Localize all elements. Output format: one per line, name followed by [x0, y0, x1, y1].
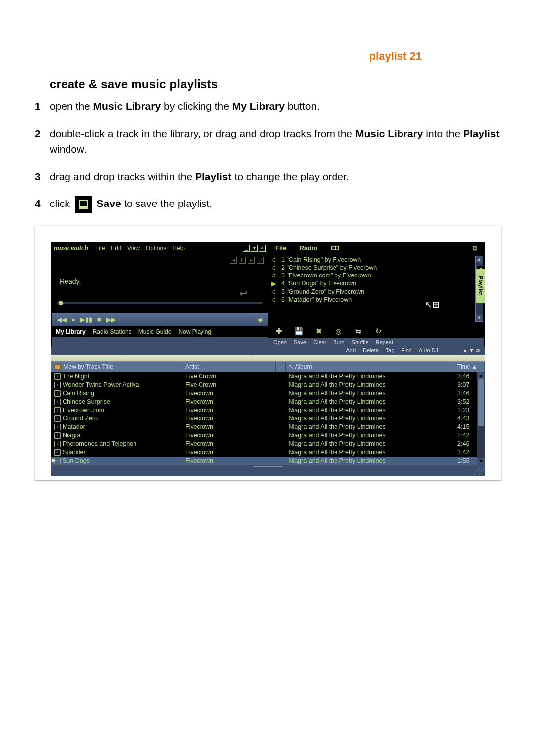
- minimize-button[interactable]: _: [243, 245, 250, 252]
- track-title: Chinese Surprise: [63, 398, 110, 405]
- tab-now-playing[interactable]: Now Playing: [178, 328, 211, 335]
- save-icon[interactable]: 💾: [294, 327, 303, 336]
- library-row[interactable]: ♪Fivecrown.comFivecrownNiagra and All th…: [51, 406, 485, 414]
- menu-view[interactable]: View: [124, 245, 143, 252]
- playlist-row[interactable]: ♫5 "Ground Zero" by Fivecrown: [271, 288, 481, 296]
- playlist-row[interactable]: ♫2 "Chinese Surprise" by Fivecrown: [271, 264, 481, 272]
- library-row[interactable]: ♪MatadorFivecrownNiagra and All the Pret…: [51, 423, 485, 431]
- library-row[interactable]: ♪Ground ZeroFivecrownNiagra and All the …: [51, 414, 485, 423]
- prev-button[interactable]: ◀◀: [57, 316, 67, 323]
- playlist-row[interactable]: ♫1 "Cain Rising" by Fivecrown: [271, 256, 481, 264]
- scroll-up-icon[interactable]: ▲: [476, 256, 483, 263]
- folder-icon: [54, 364, 61, 370]
- sublabel-auto-dj[interactable]: Auto DJ: [419, 347, 438, 353]
- note-icon: ♪: [54, 399, 61, 405]
- tab-radio-stations[interactable]: Radio Stations: [93, 328, 132, 335]
- left-tabs: My LibraryRadio StationsMusic GuideNow P…: [52, 326, 268, 337]
- mini-control-2[interactable]: ▸: [248, 257, 255, 264]
- app-logo: musicmatch: [54, 244, 92, 252]
- volume-icon[interactable]: ◉: [258, 316, 263, 323]
- playlist-row[interactable]: ♫6 "Matador" by Fivecrown: [271, 296, 481, 304]
- track-title: Sun Dogs: [63, 457, 90, 464]
- library-row[interactable]: ♪Pheromones and TelephonFivecrownNiagra …: [51, 440, 485, 448]
- sublabel-tag[interactable]: Tag: [386, 347, 395, 353]
- shuffle-icon[interactable]: ⇆: [354, 327, 363, 336]
- playlist-side-tab[interactable]: Playlist: [476, 269, 485, 303]
- track-artist: Five Crown: [182, 381, 275, 388]
- sublabel-delete[interactable]: Delete: [363, 347, 379, 353]
- tab-music-guide[interactable]: Music Guide: [138, 328, 172, 335]
- library-row[interactable]: ♪NiagraFivecrownNiagra and All the Prett…: [51, 431, 485, 440]
- step-body: open the Music Library by clicking the M…: [50, 98, 501, 115]
- filter-bar[interactable]: [51, 355, 485, 362]
- track-title: The Night: [63, 373, 89, 380]
- right-menu-radio[interactable]: Radio: [299, 244, 317, 252]
- note-icon: ♪: [54, 382, 61, 388]
- library-row[interactable]: ♪The NightFive CrownNiagra and All the P…: [51, 372, 485, 381]
- playlist-row[interactable]: ♫3 "Fivecrown.com" by Fivecrown: [271, 272, 481, 279]
- icon-labels-top: OpenSaveClearBurnShuffleRepeat: [268, 338, 484, 346]
- tab-my-library[interactable]: My Library: [56, 328, 86, 335]
- nav-arrows[interactable]: ▲ ▼ ⧉: [462, 347, 480, 354]
- menu-edit[interactable]: Edit: [108, 245, 124, 252]
- note-icon: ♫: [271, 288, 278, 295]
- library-row[interactable]: ♪Wonder Twins Power ActivaFive CrownNiag…: [51, 381, 485, 389]
- scroll-up-icon[interactable]: ▲: [477, 372, 485, 379]
- stop-button[interactable]: ■: [97, 316, 101, 323]
- next-button[interactable]: ▶▶: [106, 316, 116, 323]
- menu-options[interactable]: Options: [143, 245, 169, 252]
- title-bar: musicmatch FileEditViewOptionsHelp _▾✕: [52, 243, 268, 254]
- track-album: Niagra and All the Pretty Lindmines: [285, 398, 454, 405]
- detach-icon[interactable]: ⧉: [473, 244, 477, 252]
- track-title: Sparkler: [63, 449, 86, 456]
- mini-control-0[interactable]: ◂: [230, 257, 237, 264]
- playlist-row[interactable]: ▶4 "Sun Dogs" by Fivecrown: [271, 279, 481, 288]
- track-artist: Fivecrown: [182, 407, 275, 413]
- library-row[interactable]: ♪Chinese SurpriseFivecrownNiagra and All…: [51, 398, 485, 406]
- library-row[interactable]: ▶♪Sun DogsFivecrownNiagra and All the Pr…: [51, 457, 485, 465]
- sort-asc-icon[interactable]: ▲: [472, 363, 478, 370]
- scroll-down-icon[interactable]: ▼: [476, 315, 483, 322]
- note-icon: ♪: [54, 424, 61, 430]
- mini-control-1[interactable]: ⏸: [239, 257, 246, 264]
- options-button[interactable]: ▾: [251, 245, 258, 252]
- library-row[interactable]: ♪SparklerFivecrownNiagra and All the Pre…: [51, 448, 485, 457]
- player-status: Ready.: [60, 277, 81, 285]
- repeat-icon[interactable]: ↻: [374, 327, 383, 336]
- progress-bar[interactable]: [57, 302, 263, 304]
- note-icon: ♫: [271, 256, 278, 263]
- icon-bar: ✚💾✖◎⇆↻: [268, 324, 484, 338]
- right-menu-cd[interactable]: CD: [331, 244, 340, 252]
- library-scrollbar[interactable]: ▲ ▼: [477, 372, 485, 465]
- scroll-down-icon[interactable]: ▼: [477, 458, 485, 465]
- sublabel-add[interactable]: Add: [346, 347, 356, 353]
- record-button[interactable]: ●: [71, 316, 75, 323]
- library-row[interactable]: ♪Cain RisingFivecrownNiagra and All the …: [51, 389, 485, 398]
- resize-grip-icon[interactable]: ⋰⋰: [474, 468, 483, 475]
- page-header-tag: playlist 21: [35, 50, 501, 63]
- note-icon: ♪: [54, 390, 61, 397]
- mini-control-3[interactable]: ⤢: [257, 257, 264, 264]
- menu-help[interactable]: Help: [169, 245, 188, 252]
- clear-icon[interactable]: ✖: [314, 327, 323, 336]
- track-title: Matador: [63, 423, 85, 430]
- track-album: Niagra and All the Pretty Lindmines: [285, 432, 454, 439]
- library-header[interactable]: View by Track Title Artist ⟋ ↖ Album Tim…: [51, 362, 485, 372]
- track-album: Niagra and All the Pretty Lindmines: [285, 415, 454, 422]
- sublabel-find[interactable]: Find: [402, 347, 412, 353]
- close-button[interactable]: ✕: [259, 245, 266, 252]
- note-icon: ♪: [54, 441, 61, 447]
- label-save: Save: [294, 339, 306, 345]
- note-icon: ♫: [271, 296, 278, 303]
- track-title: Ground Zero: [63, 415, 98, 422]
- menu-file[interactable]: File: [92, 245, 108, 252]
- label-burn: Burn: [333, 339, 344, 345]
- sort-icon[interactable]: ⟋: [276, 362, 286, 372]
- right-menu-file[interactable]: File: [275, 244, 286, 252]
- note-icon: ♪: [54, 373, 61, 380]
- play-pause-button[interactable]: ▶▮▮: [80, 316, 92, 323]
- playlist-panel: ♫1 "Cain Rising" by Fivecrown♫2 "Chinese…: [268, 254, 484, 324]
- burn-icon[interactable]: ◎: [334, 327, 343, 336]
- open-icon[interactable]: ✚: [274, 327, 283, 336]
- note-icon: ♫: [271, 264, 278, 271]
